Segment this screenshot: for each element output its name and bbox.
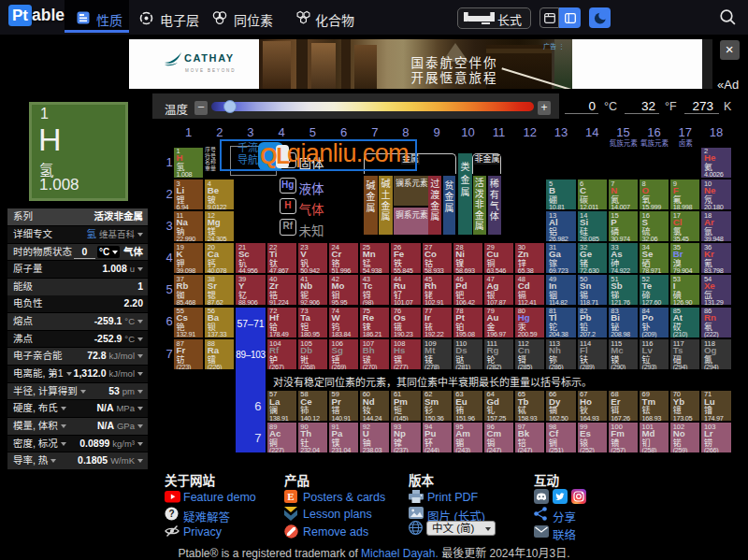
svg-text:E: E [287,491,294,502]
svg-text:?: ? [168,509,174,519]
